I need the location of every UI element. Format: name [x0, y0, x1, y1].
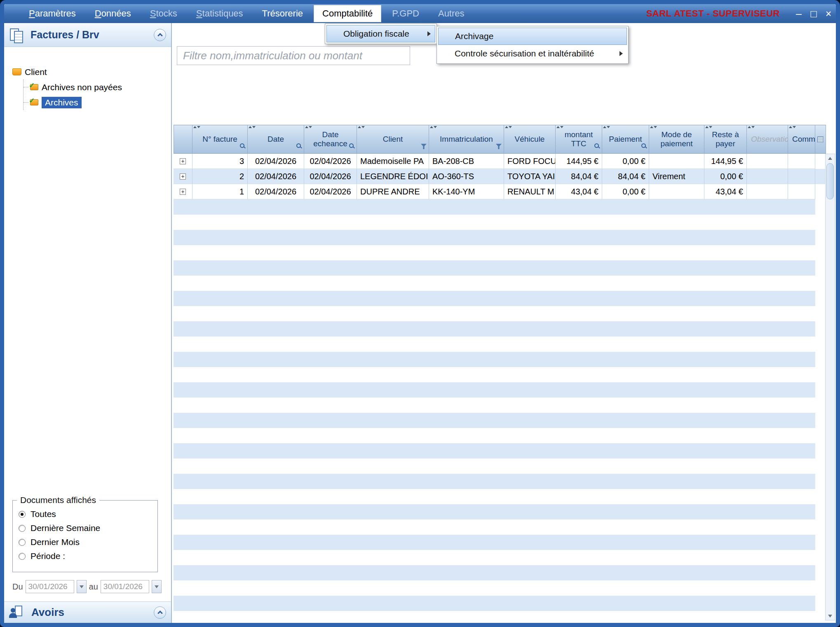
column-header-date[interactable]: Date	[248, 125, 304, 154]
radio-derniere-semaine[interactable]: Dernière Semaine	[19, 521, 152, 535]
scroll-down-button[interactable]	[826, 612, 835, 620]
menu-item-tresorerie[interactable]: Trésorerie	[254, 4, 311, 23]
column-grip-icon	[650, 126, 657, 129]
filter-funnel-icon[interactable]	[421, 144, 427, 149]
column-header-commentaire[interactable]: Commentaire	[788, 125, 815, 154]
search-icon[interactable]	[641, 143, 647, 149]
desktop: Paramètres Données Stocks Statistiques T…	[0, 0, 840, 627]
column-grip-icon	[556, 126, 563, 129]
table-row[interactable]: 3 02/04/2026 02/04/2026 Mademoiselle PA …	[174, 154, 826, 169]
tree-item-client[interactable]: Client	[4, 64, 171, 80]
search-icon[interactable]	[349, 143, 355, 149]
radio-button-icon[interactable]	[19, 511, 26, 518]
expand-row-icon[interactable]	[180, 189, 186, 195]
cell-reste-a-payer: 43,04 €	[704, 184, 747, 199]
empty-rows-stripes	[174, 199, 815, 620]
tree-item-archives[interactable]: Archives	[23, 95, 171, 110]
groupbox-title: Documents affichés	[17, 495, 99, 505]
date-from-input[interactable]	[26, 580, 74, 593]
chevron-up-icon	[157, 33, 163, 38]
vertical-scrollbar[interactable]	[825, 154, 835, 620]
column-header-immatriculation[interactable]: Immatriculation	[429, 125, 504, 154]
table-row[interactable]: 2 02/04/2026 02/04/2026 LEGENDRE ÉDOI AO…	[174, 169, 826, 184]
column-header-vehicule[interactable]: Véhicule	[504, 125, 556, 154]
menu-item-comptabilite[interactable]: Comptabilité	[314, 5, 381, 22]
cell-date: 02/04/2026	[248, 169, 304, 184]
minimize-button[interactable]: –	[791, 7, 806, 20]
menu-item-stocks[interactable]: Stocks	[142, 4, 185, 23]
collapse-avoirs-button[interactable]	[154, 606, 166, 619]
menu-item-archivage[interactable]: Archivage	[438, 28, 627, 45]
tree-item-archives-non-payees[interactable]: Archives non payées	[23, 80, 171, 95]
menu-item-autres[interactable]: Autres	[430, 4, 473, 23]
caret-up-icon	[828, 157, 832, 160]
scroll-up-button[interactable]	[826, 154, 835, 162]
caret-down-icon	[828, 615, 832, 618]
cell-expand	[174, 184, 192, 199]
search-icon[interactable]	[296, 143, 302, 149]
menu-item-obligation-fiscale[interactable]: Obligation fiscale	[326, 25, 435, 42]
column-grip-icon	[603, 126, 610, 129]
menu-item-pgpd[interactable]: P.GPD	[384, 4, 427, 23]
filter-input[interactable]	[177, 46, 410, 65]
column-header-paiement[interactable]: Paiement	[602, 125, 649, 154]
cell-facture: 2	[192, 169, 248, 184]
close-button[interactable]: ×	[821, 7, 836, 20]
tree-children: Archives non payées Archives	[23, 80, 171, 110]
column-header-date-echeance[interactable]: Date echeance	[304, 125, 357, 154]
radio-dernier-mois[interactable]: Dernier Mois	[19, 535, 152, 549]
cell-paiement: 84,04 €	[602, 169, 649, 184]
search-icon[interactable]	[239, 143, 246, 149]
cell-reste-a-payer: 144,95 €	[704, 154, 747, 169]
menu-item-parametres[interactable]: Paramètres	[21, 4, 84, 23]
radio-button-icon[interactable]	[19, 553, 26, 560]
client-tree: Client Archives non payées Archives	[4, 64, 171, 110]
column-header-montant-ttc[interactable]: montant TTC	[556, 125, 602, 154]
column-header-observations[interactable]: Observations	[747, 125, 788, 154]
table-body: 3 02/04/2026 02/04/2026 Mademoiselle PA …	[174, 154, 826, 199]
date-from-dropdown-button[interactable]	[77, 580, 87, 593]
comptabilite-menu: Obligation fiscale	[325, 23, 437, 44]
cell-expand	[174, 154, 192, 169]
search-icon[interactable]	[594, 143, 600, 149]
menu-item-statistiques[interactable]: Statistiques	[188, 4, 251, 23]
column-header-client[interactable]: Client	[357, 125, 429, 154]
radio-periode[interactable]: Période :	[19, 549, 152, 563]
expand-row-icon[interactable]	[180, 158, 186, 164]
cell-observations	[747, 154, 788, 169]
selected-tree-item: Archives	[42, 97, 82, 108]
archive-box-icon	[30, 84, 38, 90]
expand-row-icon[interactable]	[180, 173, 186, 180]
column-header-mode-paiement[interactable]: Mode de paiement	[649, 125, 704, 154]
cell-vehicule: TOYOTA YAI	[504, 169, 556, 184]
cell-immatriculation: KK-140-YM	[429, 184, 504, 199]
radio-toutes[interactable]: Toutes	[19, 507, 152, 521]
obligation-fiscale-submenu: Archivage Controle sécurisation et inalt…	[436, 26, 629, 64]
avoirs-title: Avoirs	[31, 606, 64, 619]
date-to-input[interactable]	[101, 580, 149, 593]
scrollbar-thumb[interactable]	[826, 163, 834, 199]
user-label: SARL ATEST - SUPERVISEUR	[646, 8, 780, 19]
menu-item-controle-securisation[interactable]: Controle sécurisation et inaltérabilité	[438, 45, 627, 62]
collapse-factures-button[interactable]	[154, 29, 166, 41]
client-basket-icon	[12, 68, 21, 75]
avoirs-panel-header[interactable]: Avoirs	[4, 601, 171, 623]
factures-panel-header[interactable]: Factures / Brv	[4, 23, 171, 47]
menu-item-donnees[interactable]: Données	[87, 4, 139, 23]
cell-client: LEGENDRE ÉDOI	[357, 169, 429, 184]
table-row[interactable]: 1 02/04/2026 02/04/2026 DUPRE ANDRE KK-1…	[174, 184, 826, 199]
filter-funnel-icon[interactable]	[496, 144, 502, 149]
cell-vehicule: FORD FOCU	[504, 154, 556, 169]
cell-montant-ttc: 84,04 €	[556, 169, 602, 184]
column-header-reste-a-payer[interactable]: Reste à payer	[704, 125, 747, 154]
caret-down-icon	[155, 585, 159, 588]
cell-observations	[747, 169, 788, 184]
factures-panel-title: Factures / Brv	[31, 29, 99, 41]
column-header-n-facture[interactable]: N° facture	[192, 125, 248, 154]
column-chooser-button[interactable]	[815, 125, 826, 154]
date-to-dropdown-button[interactable]	[152, 580, 162, 593]
maximize-button[interactable]: □	[806, 7, 821, 20]
radio-button-icon[interactable]	[19, 539, 26, 546]
radio-button-icon[interactable]	[19, 525, 26, 532]
column-grip-icon	[505, 126, 512, 129]
